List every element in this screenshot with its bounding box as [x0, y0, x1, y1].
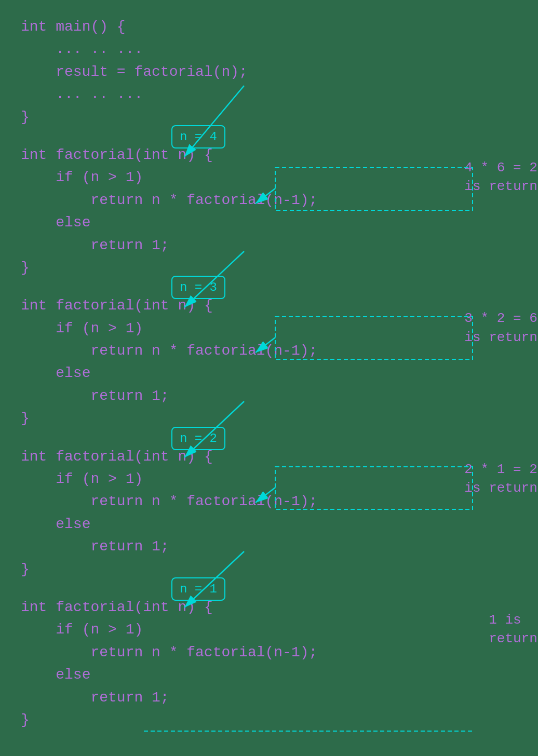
f3-line-4: else [21, 513, 538, 535]
return-text-2: 3 * 2 = 6is returned [464, 309, 538, 347]
f2-line-2: if (n > 1) [21, 317, 538, 340]
call-label-n4: n = 4 [171, 125, 225, 148]
f4-line-3: return n * factorial(n-1); [21, 641, 538, 664]
f4-line-4: else [21, 664, 538, 686]
call-label-n2: n = 2 [171, 427, 225, 450]
f2-line-4: else [21, 362, 538, 384]
f1-line-4: else [21, 211, 538, 234]
f2-line-1: int factorial(int n) { [21, 294, 538, 317]
factorial-block-3: n = 2 int factorial(int n) { if (n > 1) … [21, 446, 538, 580]
f3-line-2: if (n > 1) [21, 468, 538, 490]
factorial-block-1: n = 4 int factorial(int n) { if (n > 1) … [21, 144, 538, 279]
f2-line-6: } [21, 407, 538, 429]
call-label-n3: n = 3 [171, 276, 225, 299]
main-line-5: } [21, 106, 538, 128]
return-text-4: 1 isreturned [489, 611, 538, 649]
main-line-1: int main() { [21, 16, 538, 38]
factorial-block-2: n = 3 int factorial(int n) { if (n > 1) … [21, 294, 538, 429]
return-text-3: 2 * 1 = 2is returned [464, 460, 538, 498]
f4-line-5: return 1; [21, 686, 538, 709]
f3-line-1: int factorial(int n) { [21, 446, 538, 468]
f1-line-1: int factorial(int n) { [21, 144, 538, 166]
f2-line-5: return 1; [21, 385, 538, 407]
f2-line-3: return n * factorial(n-1); [21, 340, 538, 362]
return-text-1: 4 * 6 = 24is returned [464, 158, 538, 196]
f1-line-5: return 1; [21, 234, 538, 256]
f4-line-1: int factorial(int n) { [21, 596, 538, 618]
f1-line-2: if (n > 1) [21, 166, 538, 188]
call-label-n1: n = 1 [171, 577, 225, 601]
f1-line-3: return n * factorial(n-1); [21, 189, 538, 211]
main-line-4: ... .. ... [21, 83, 538, 105]
f4-line-6: } [21, 709, 538, 731]
f4-line-2: if (n > 1) [21, 618, 538, 641]
factorial-block-4: n = 1 int factorial(int n) { if (n > 1) … [21, 596, 538, 731]
f3-line-3: return n * factorial(n-1); [21, 490, 538, 512]
main-line-2: ... .. ... [21, 38, 538, 60]
main-line-3: result = factorial(n); [21, 61, 538, 83]
f3-line-5: return 1; [21, 535, 538, 558]
f3-line-6: } [21, 558, 538, 580]
main-block: int main() { ... .. ... result = factori… [21, 16, 538, 128]
f1-line-6: } [21, 256, 538, 279]
